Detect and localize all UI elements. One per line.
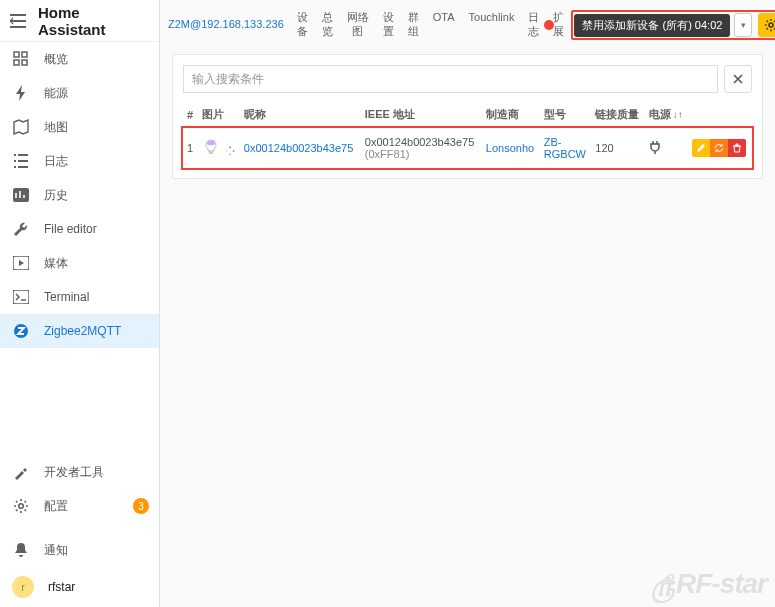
app-title: Home Assistant [38, 4, 149, 38]
sidebar-item-label: File editor [44, 222, 149, 236]
col-nick[interactable]: 昵称 [240, 101, 361, 128]
cell-power [645, 128, 688, 168]
bell-icon [12, 541, 30, 559]
sidebar-item-label: Zigbee2MQTT [44, 324, 149, 338]
col-model[interactable]: 型号 [540, 101, 591, 128]
col-ieee[interactable]: IEEE 地址 [361, 101, 482, 128]
sidebar-item-devtools[interactable]: 开发者工具 [0, 455, 159, 489]
settings-badge: 3 [133, 498, 149, 514]
list-icon [12, 152, 30, 170]
sidebar-item-label: 地图 [44, 119, 149, 136]
table-row: 1 0x00124b0023b43e75 [183, 128, 752, 168]
trash-icon [732, 143, 742, 153]
search-input[interactable] [183, 65, 718, 93]
tab-logs[interactable]: 日志 [522, 4, 545, 45]
chart-icon [12, 186, 30, 204]
hammer-icon [12, 463, 30, 481]
cell-mfr[interactable]: Lonsonho [482, 128, 540, 168]
sidebar-item-map[interactable]: 地图 [0, 110, 159, 144]
col-mfr[interactable]: 制造商 [482, 101, 540, 128]
spinner-icon [225, 146, 235, 156]
tab-touchlink[interactable]: Touchlink [463, 4, 521, 30]
menu-icon[interactable] [10, 14, 26, 28]
col-pic[interactable]: 图片 [198, 101, 240, 128]
cell-model[interactable]: ZB-RGBCW [540, 128, 591, 168]
plug-icon [649, 140, 661, 154]
table-header: # 图片 昵称 IEEE 地址 制造商 型号 链接质量 电源↓↑ [183, 101, 752, 128]
devices-table: # 图片 昵称 IEEE 地址 制造商 型号 链接质量 电源↓↑ 1 [183, 101, 752, 168]
disable-join-button[interactable]: 禁用添加新设备 (所有) 04:02 [574, 14, 730, 37]
sidebar-item-label: 日志 [44, 153, 149, 170]
play-icon [12, 254, 30, 272]
chevron-down-icon: ▾ [741, 20, 746, 30]
sort-icon: ↓↑ [673, 109, 683, 120]
tab-overview[interactable]: 总览 [316, 4, 339, 45]
host-link[interactable]: Z2M@192.168.133.236 [168, 4, 284, 30]
delete-button[interactable] [728, 139, 746, 157]
sidebar-item-fileeditor[interactable]: File editor [0, 212, 159, 246]
permit-join-dropdown[interactable]: ▾ [734, 13, 752, 37]
sidebar-item-history[interactable]: 历史 [0, 178, 159, 212]
svg-rect-11 [209, 151, 213, 154]
rename-button[interactable] [692, 139, 710, 157]
bulb-icon [202, 138, 220, 156]
svg-rect-3 [22, 60, 27, 65]
col-lqi[interactable]: 链接质量 [591, 101, 645, 128]
cell-pic [198, 128, 240, 168]
svg-point-8 [19, 504, 24, 509]
clear-button[interactable] [724, 65, 752, 93]
sidebar-item-notify[interactable]: 通知 [0, 533, 159, 567]
disable-join-label: 禁用添加新设备 (所有) 04:02 [582, 18, 722, 33]
record-dot-icon [544, 20, 554, 30]
sidebar-item-label: 历史 [44, 187, 149, 204]
sidebar-item-label: 媒体 [44, 255, 149, 272]
tab-groups[interactable]: 群组 [402, 4, 425, 45]
sidebar-item-z2m[interactable]: Zigbee2MQTT [0, 314, 159, 348]
tab-ota[interactable]: OTA [427, 4, 461, 30]
sidebar-item-label: Terminal [44, 290, 149, 304]
sidebar-bottom: 开发者工具 配置 3 通知 r rfstar [0, 455, 159, 607]
svg-rect-0 [14, 52, 19, 57]
refresh-icon [714, 143, 724, 153]
settings-button[interactable] [758, 13, 775, 37]
main: Z2M@192.168.133.236 设备 总览 网络图 设置 群组 OTA … [160, 0, 775, 607]
svg-rect-1 [22, 52, 27, 57]
terminal-icon [12, 288, 30, 306]
tab-settings[interactable]: 设置 [377, 4, 400, 45]
map-icon [12, 118, 30, 136]
permit-join-highlight: 禁用添加新设备 (所有) 04:02 ▾ [571, 10, 775, 40]
gear-icon [12, 497, 30, 515]
sidebar-item-overview[interactable]: 概览 [0, 42, 159, 76]
avatar: r [12, 576, 34, 598]
reconfigure-button[interactable] [710, 139, 728, 157]
col-power[interactable]: 电源↓↑ [645, 101, 688, 128]
close-icon [733, 74, 743, 84]
sidebar-item-label: 开发者工具 [44, 464, 149, 481]
svg-rect-6 [13, 290, 29, 304]
cell-nick[interactable]: 0x00124b0023b43e75 [240, 128, 361, 168]
svg-point-13 [232, 150, 234, 152]
sidebar-item-label: 通知 [44, 542, 149, 559]
col-idx[interactable]: # [183, 101, 198, 128]
sidebar-item-settings[interactable]: 配置 3 [0, 489, 159, 523]
sidebar-header: Home Assistant [0, 0, 159, 42]
sidebar-item-media[interactable]: 媒体 [0, 246, 159, 280]
z2m-tabs: Z2M@192.168.133.236 设备 总览 网络图 设置 群组 OTA … [160, 0, 775, 46]
tab-network[interactable]: 网络图 [341, 4, 375, 45]
sidebar-item-logbook[interactable]: 日志 [0, 144, 159, 178]
cell-actions [688, 128, 752, 168]
zigbee-icon [12, 322, 30, 340]
sidebar-user[interactable]: r rfstar [0, 567, 159, 607]
tab-devices[interactable]: 设备 [291, 4, 314, 45]
sidebar-item-label: 概览 [44, 51, 149, 68]
svg-point-9 [769, 23, 773, 27]
pencil-icon [696, 143, 706, 153]
search-row [183, 65, 752, 93]
sidebar-item-terminal[interactable]: Terminal [0, 280, 159, 314]
sidebar: Home Assistant 概览 能源 地图 日志 历史 File edito… [0, 0, 160, 607]
sidebar-item-energy[interactable]: 能源 [0, 76, 159, 110]
cell-idx: 1 [183, 128, 198, 168]
watermark: ௹RF-star [652, 568, 767, 601]
cell-ieee: 0x00124b0023b43e75 (0xFF81) [361, 128, 482, 168]
gear-icon [764, 18, 775, 32]
